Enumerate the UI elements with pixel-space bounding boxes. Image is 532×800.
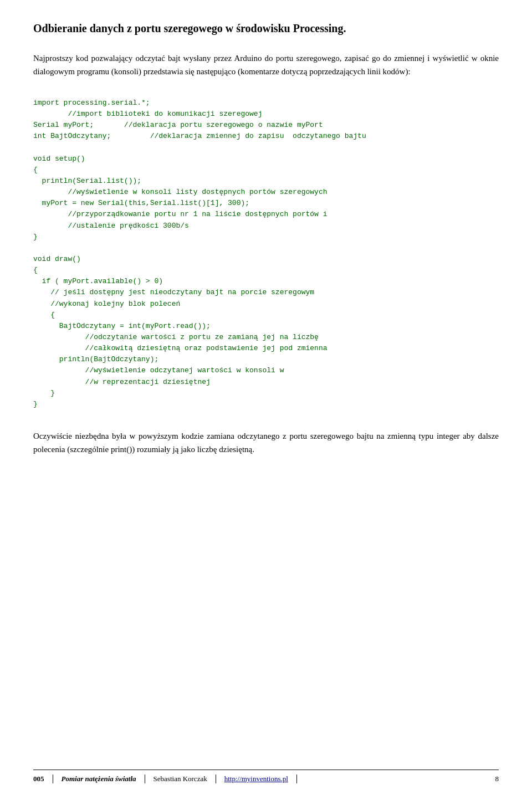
code-block: import processing.serial.*; //import bib… (33, 92, 499, 416)
intro-paragraph: Najprostszy kod pozwalający odczytać baj… (33, 52, 499, 78)
footer-author: Sebastian Korczak (154, 775, 216, 783)
footer-document-title: Pomiar natężenia światła (62, 775, 145, 783)
footer-url[interactable]: http://myinventions.pl (224, 775, 297, 783)
footer-page-label: 8 (495, 775, 499, 783)
outro-paragraph: Oczywiście niezbędna była w powyższym ko… (33, 429, 499, 456)
page-footer: 005 Pomiar natężenia światła Sebastian K… (33, 770, 499, 783)
footer-page-number: 005 (33, 775, 53, 783)
page-title: Odbieranie danych z portu szeregowego w … (33, 22, 499, 35)
